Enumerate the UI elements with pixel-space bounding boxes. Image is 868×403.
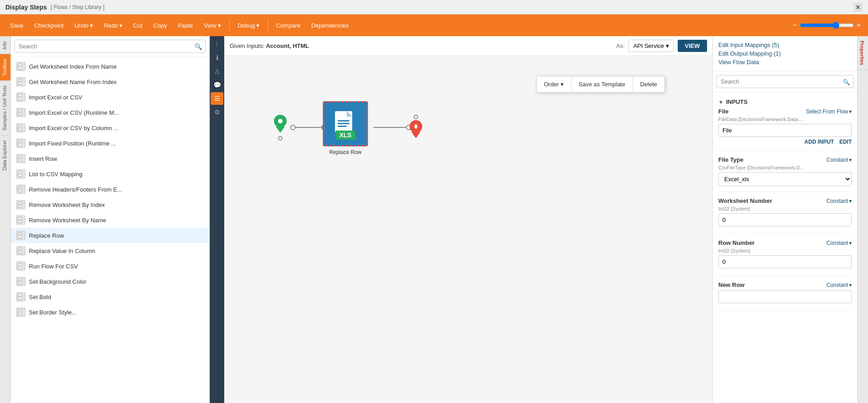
- menu-dots-icon[interactable]: ⋮: [211, 38, 223, 51]
- zoom-plus[interactable]: +: [857, 21, 861, 29]
- canvas-content[interactable]: XLS Replace Row: [224, 56, 712, 403]
- input-actions-file: ADD INPUT EDIT: [718, 139, 852, 145]
- info-icon[interactable]: ℹ: [211, 52, 223, 64]
- paste-button[interactable]: Paste: [173, 19, 197, 32]
- toolbox-item-replace-value-column[interactable]: Replace Value In Column: [11, 243, 209, 258]
- toolbox-item-label-import-excel-csv-column: Import Excel or CSV by Column ...: [29, 125, 118, 131]
- edit-output-mapping-link[interactable]: Edit Output Mapping (1): [718, 49, 852, 58]
- checkpoint-button[interactable]: Checkpoint: [30, 19, 68, 32]
- right-vtab: Properties: [857, 36, 868, 403]
- redo-button[interactable]: Redo ▾: [99, 19, 127, 32]
- svg-rect-81: [338, 126, 347, 127]
- input-row-new-row: New Row Constant ▾: [718, 281, 852, 288]
- inputs-chevron[interactable]: ▼: [718, 99, 723, 105]
- compare-button[interactable]: Compare: [272, 19, 305, 32]
- undo-button[interactable]: Undo ▾: [70, 19, 98, 32]
- toolbox-item-set-border-style[interactable]: Set Border Style...: [11, 305, 209, 320]
- item-icon-import-excel-csv-runtime: [16, 108, 25, 117]
- input-type-btn-worksheet-number[interactable]: Constant ▾: [826, 198, 852, 204]
- toolbox-item-remove-worksheet-name[interactable]: Remove Worksheet By Name: [11, 212, 209, 228]
- zoom-slider[interactable]: [800, 22, 854, 29]
- api-service-dropdown[interactable]: API Service ▾: [628, 40, 674, 52]
- item-icon-replace-value-column: [16, 246, 25, 255]
- title-bar: Display Steps [ Flows / Step Library ] ✕: [0, 0, 868, 14]
- item-icon-insert-row: [16, 154, 25, 163]
- app-title: Display Steps: [5, 4, 47, 11]
- input-label-worksheet-number: Worksheet Number: [718, 197, 772, 204]
- input-field-new-row[interactable]: [718, 290, 852, 303]
- toolbox-item-run-flow-csv[interactable]: Run Flow For CSV: [11, 258, 209, 274]
- save-button[interactable]: Save: [5, 19, 28, 32]
- add-input-button-file[interactable]: ADD INPUT: [804, 139, 834, 145]
- data-explorer-tab[interactable]: Data Explorer: [0, 135, 10, 175]
- svg-rect-80: [338, 123, 349, 124]
- samples-tab[interactable]: Samples / Unit Tests: [0, 80, 10, 135]
- input-type-btn-new-row[interactable]: Constant ▾: [826, 282, 852, 288]
- dependencies-button[interactable]: Dependencies: [307, 19, 353, 32]
- toolbox-tab[interactable]: Toolbox: [0, 54, 10, 80]
- input-group-file: File Select From Flow ▾ FileData [Decisi…: [718, 108, 852, 151]
- warning-icon[interactable]: ⚠: [211, 65, 223, 78]
- toolbox-item-remove-headers-footers[interactable]: Remove Headers/Footers From E...: [11, 182, 209, 197]
- order-button[interactable]: Order ▾: [537, 76, 571, 92]
- xls-node-label: Replace Row: [323, 149, 368, 155]
- item-icon-replace-row: [16, 231, 25, 240]
- edit-input-mappings-link[interactable]: Edit Input Mappings (5): [718, 41, 852, 49]
- xls-node[interactable]: XLS Replace Row: [323, 101, 368, 155]
- item-icon-remove-worksheet-name: [16, 216, 25, 225]
- toolbox-search-input[interactable]: [14, 40, 206, 53]
- toolbox-item-remove-worksheet-index[interactable]: Remove Worksheet By Index: [11, 197, 209, 212]
- input-type-btn-file-type[interactable]: Constant ▾: [826, 157, 852, 163]
- toolbox-item-import-excel-csv[interactable]: Import Excel or CSV: [11, 89, 209, 105]
- save-as-template-button[interactable]: Save as Template: [571, 76, 632, 92]
- input-field-worksheet-number[interactable]: [718, 213, 852, 226]
- cut-button[interactable]: Cut: [129, 19, 147, 32]
- item-icon-set-border-style: [16, 308, 25, 317]
- toolbox-item-label-import-fixed-position: Import Fixed Position (Runtime ...: [29, 140, 116, 147]
- input-hint-file-type: CsvFileType [DecisionsFramework.D...: [718, 165, 852, 170]
- xls-badge: XLS: [335, 131, 355, 140]
- toolbox-item-set-background-color[interactable]: Set Background Color: [11, 274, 209, 289]
- info-tab[interactable]: Info: [0, 36, 10, 54]
- delete-button[interactable]: Delete: [633, 76, 665, 92]
- toolbox-item-replace-row[interactable]: Replace Row: [11, 228, 209, 243]
- toolbox-item-import-fixed-position[interactable]: Import Fixed Position (Runtime ...: [11, 136, 209, 151]
- toolbox-item-insert-row[interactable]: Insert Row: [11, 151, 209, 166]
- given-inputs-label: Given Inputs: Account, HTML: [230, 42, 309, 49]
- connection-svg: [224, 56, 712, 403]
- right-panel-search-input[interactable]: [717, 75, 854, 88]
- toolbox-panel: 🔍 Get Worksheet Index From Name Get Work…: [11, 36, 210, 403]
- edit-input-button-file[interactable]: EDIT: [840, 139, 852, 145]
- view-as-section: As: API Service ▾ VIEW: [616, 40, 707, 52]
- svg-marker-75: [276, 127, 285, 133]
- input-field-file[interactable]: [718, 124, 852, 137]
- inputs-header: ▼ INPUTS: [718, 96, 852, 108]
- inputs-list: File Select From Flow ▾ FileData [Decisi…: [718, 108, 852, 311]
- toolbox-item-import-excel-csv-column[interactable]: Import Excel or CSV by Column ...: [11, 120, 209, 136]
- svg-point-70: [291, 125, 295, 130]
- copy-button[interactable]: Copy: [149, 19, 171, 32]
- settings-icon[interactable]: ⚙: [211, 106, 223, 118]
- toolbox-list: Get Worksheet Index From Name Get Worksh…: [11, 57, 209, 403]
- input-select-file-type[interactable]: Excel_xlsExcel_xlsxCSV: [718, 172, 852, 186]
- input-type-btn-row-number[interactable]: Constant ▾: [826, 240, 852, 246]
- item-icon-import-excel-csv: [16, 93, 25, 102]
- view-button[interactable]: View ▾: [199, 19, 226, 32]
- toolbox-item-get-worksheet-index[interactable]: Get Worksheet Index From Name: [11, 59, 209, 74]
- svg-rect-79: [338, 120, 349, 122]
- toolbox-item-list-to-csv[interactable]: List to CSV Mapping: [11, 166, 209, 182]
- toolbox-item-import-excel-csv-runtime[interactable]: Import Excel or CSV (Runtime M...: [11, 105, 209, 120]
- input-type-btn-file[interactable]: Select From Flow ▾: [806, 108, 852, 115]
- zoom-minus[interactable]: −: [793, 21, 797, 29]
- list-icon[interactable]: ☰: [211, 92, 223, 105]
- toolbox-item-label-set-border-style: Set Border Style...: [29, 309, 77, 316]
- view-flow-data-link[interactable]: View Flow Data: [718, 58, 852, 66]
- close-button[interactable]: ✕: [854, 3, 863, 12]
- debug-button[interactable]: Debug ▾: [233, 19, 264, 32]
- toolbox-item-get-worksheet-name[interactable]: Get Worksheet Name From Index: [11, 74, 209, 89]
- view-flow-button[interactable]: VIEW: [678, 40, 707, 52]
- toolbox-item-set-bold[interactable]: Set Bold: [11, 289, 209, 305]
- properties-tab[interactable]: Properties: [858, 36, 868, 70]
- chat-icon[interactable]: 💬: [211, 79, 223, 91]
- input-field-row-number[interactable]: [718, 255, 852, 268]
